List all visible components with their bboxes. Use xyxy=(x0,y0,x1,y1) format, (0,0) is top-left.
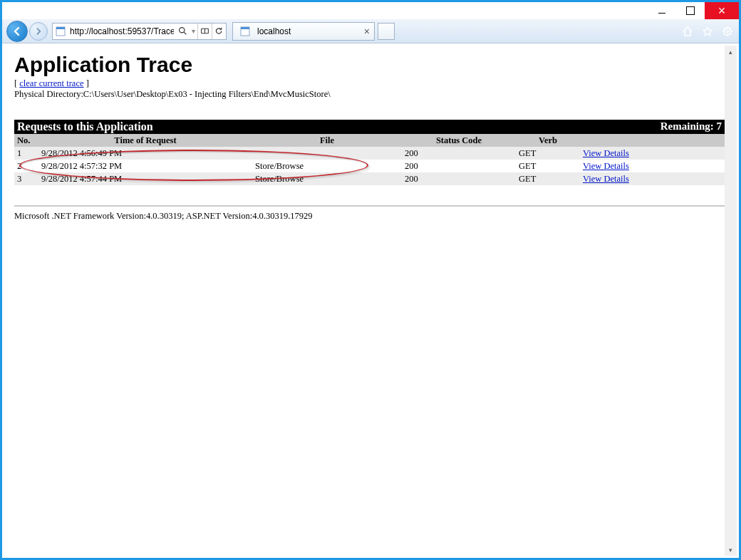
cell-no: 1 xyxy=(14,147,38,160)
cell-verb: GET xyxy=(516,147,580,160)
table-header-row: No. Time of Request File Status Code Ver… xyxy=(14,134,725,147)
page-title: Application Trace xyxy=(14,53,725,77)
section-heading: Requests to this Application xyxy=(17,120,153,133)
toolbar-right xyxy=(680,24,735,38)
view-details-link[interactable]: View Details xyxy=(583,148,629,158)
svg-rect-7 xyxy=(241,27,249,29)
cell-file xyxy=(252,147,402,160)
col-time: Time of Request xyxy=(38,134,252,147)
clear-trace-line: [ clear current trace ] xyxy=(14,78,725,89)
col-verb: Verb xyxy=(516,134,580,147)
svg-point-9 xyxy=(726,30,728,32)
cell-verb: GET xyxy=(516,172,580,185)
view-details-link[interactable]: View Details xyxy=(583,174,629,184)
col-status: Status Code xyxy=(402,134,516,147)
window-close-button[interactable] xyxy=(705,2,739,19)
footer-divider xyxy=(14,205,725,207)
window-maximize-button[interactable] xyxy=(676,2,705,19)
cell-verb: GET xyxy=(516,160,580,172)
home-icon[interactable] xyxy=(680,24,695,38)
tab-title: localhost xyxy=(257,26,291,36)
clear-trace-link[interactable]: clear current trace xyxy=(19,78,83,88)
forward-button[interactable] xyxy=(29,22,48,41)
view-details-link[interactable]: View Details xyxy=(583,161,629,171)
compat-view-icon[interactable] xyxy=(197,24,212,39)
cell-no: 3 xyxy=(14,172,38,185)
cell-file: Store/Browse xyxy=(252,160,402,172)
svg-point-2 xyxy=(179,28,184,33)
refresh-icon[interactable] xyxy=(212,24,226,39)
requests-section-header: Requests to this Application Remaining: … xyxy=(14,120,725,134)
window-titlebar xyxy=(2,2,739,19)
vertical-scrollbar[interactable]: ▴ ▾ xyxy=(725,46,737,556)
svg-line-16 xyxy=(724,33,725,34)
browser-toolbar: ▾ localhost × xyxy=(2,19,739,43)
table-row: 3 9/28/2012 4:57:44 PM Store/Browse 200 … xyxy=(14,172,725,185)
scroll-up-icon[interactable]: ▴ xyxy=(725,46,737,58)
physical-directory: Physical Directory:C:\Users\User\Desktop… xyxy=(14,89,725,100)
requests-table: No. Time of Request File Status Code Ver… xyxy=(14,134,725,185)
tab-favicon xyxy=(239,25,252,38)
back-button[interactable] xyxy=(6,21,28,42)
cell-status: 200 xyxy=(402,172,516,185)
site-icon xyxy=(54,25,67,38)
cell-no: 2 xyxy=(14,160,38,172)
cell-file: Store/Browse xyxy=(252,172,402,185)
address-bar: ▾ xyxy=(52,23,227,40)
url-input[interactable] xyxy=(68,24,175,39)
svg-line-3 xyxy=(184,32,186,34)
svg-point-8 xyxy=(724,28,731,35)
page-viewport: Application Trace [ clear current trace … xyxy=(4,46,725,556)
dropdown-icon[interactable]: ▾ xyxy=(190,27,197,35)
col-no: No. xyxy=(14,134,38,147)
table-row: 1 9/28/2012 4:56:49 PM 200 GET View Deta… xyxy=(14,147,725,160)
svg-line-14 xyxy=(724,28,725,28)
svg-rect-1 xyxy=(56,27,65,29)
window-minimize-button[interactable] xyxy=(648,2,676,19)
remaining-counter: Remaining: 7 xyxy=(660,120,722,133)
footer-version: Microsoft .NET Framework Version:4.0.303… xyxy=(14,211,725,222)
new-tab-button[interactable] xyxy=(378,23,395,40)
cell-status: 200 xyxy=(402,147,516,160)
scroll-down-icon[interactable]: ▾ xyxy=(725,544,737,556)
tools-icon[interactable] xyxy=(720,24,735,38)
table-row: 2 9/28/2012 4:57:32 PM Store/Browse 200 … xyxy=(14,160,725,172)
col-details xyxy=(580,134,725,147)
cell-status: 200 xyxy=(402,160,516,172)
cell-time: 9/28/2012 4:57:32 PM xyxy=(38,160,252,172)
cell-time: 9/28/2012 4:57:44 PM xyxy=(38,172,252,185)
svg-line-15 xyxy=(730,33,731,34)
tab-close-icon[interactable]: × xyxy=(364,26,370,37)
col-file: File xyxy=(252,134,402,147)
browser-tab[interactable]: localhost × xyxy=(232,22,375,41)
svg-line-17 xyxy=(730,28,731,28)
favorites-icon[interactable] xyxy=(700,24,715,38)
cell-time: 9/28/2012 4:56:49 PM xyxy=(38,147,252,160)
search-icon[interactable] xyxy=(175,24,190,39)
